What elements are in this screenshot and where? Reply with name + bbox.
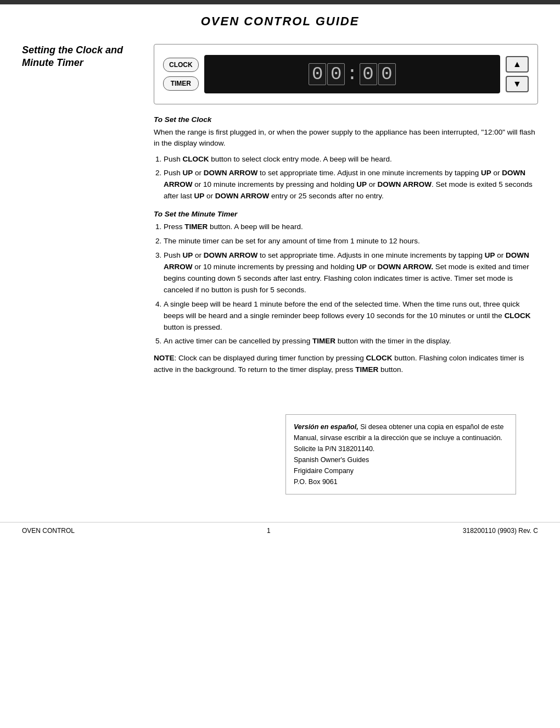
timer-button[interactable]: TIMER bbox=[163, 76, 199, 91]
spanish-bold: Versión en español, bbox=[294, 423, 359, 431]
panel-buttons: CLOCK TIMER bbox=[163, 58, 199, 91]
timer-bold-9: TIMER bbox=[312, 337, 335, 345]
clock-bold-4: UP bbox=[481, 169, 491, 177]
digit-3: 0 bbox=[360, 63, 377, 85]
right-column: CLOCK TIMER 0 0 : 0 0 ▲ ▼ To Set the Clo… bbox=[154, 44, 538, 376]
timer-bold-4: UP bbox=[485, 251, 495, 259]
timer-step-2: The minute timer can be set for any amou… bbox=[164, 236, 538, 247]
clock-button[interactable]: CLOCK bbox=[163, 58, 199, 72]
digit-1: 0 bbox=[309, 63, 326, 85]
top-bar bbox=[0, 0, 560, 4]
control-panel: CLOCK TIMER 0 0 : 0 0 ▲ ▼ bbox=[154, 44, 538, 104]
colon: : bbox=[346, 64, 357, 85]
down-arrow-button[interactable]: ▼ bbox=[506, 76, 529, 92]
clock-steps-list: Push CLOCK button to select clock entry … bbox=[164, 154, 538, 203]
timer-step-5: An active timer can be cancelled by pres… bbox=[164, 336, 538, 347]
timer-bold-1: TIMER bbox=[184, 223, 208, 231]
clock-bold-3: DOWN ARROW bbox=[204, 169, 257, 177]
spanish-line2: Spanish Owner's Guides bbox=[294, 454, 508, 465]
timer-step-4: A single beep will be heard 1 minute bef… bbox=[164, 299, 538, 334]
note-paragraph: NOTE: Clock can be displayed during time… bbox=[154, 353, 538, 376]
section-heading: Setting the Clock and Minute Timer bbox=[22, 44, 137, 70]
timer-step-1: Press TIMER button. A beep will be heard… bbox=[164, 221, 538, 233]
note-bold-2: TIMER bbox=[355, 365, 378, 374]
left-column: Setting the Clock and Minute Timer bbox=[22, 44, 137, 376]
page-title: OVEN CONTROL GUIDE bbox=[0, 14, 560, 29]
footer-center: 1 bbox=[267, 527, 271, 535]
content-area: Setting the Clock and Minute Timer CLOCK… bbox=[0, 44, 560, 376]
clock-bold-2: UP bbox=[183, 169, 193, 177]
clock-bold-1: CLOCK bbox=[183, 155, 209, 163]
footer-left: OVEN CONTROL bbox=[22, 527, 75, 535]
clock-intro: When the range is first plugged in, or w… bbox=[154, 127, 538, 149]
spanish-line3: Frigidaire Company bbox=[294, 465, 508, 476]
clock-step-2: Push UP or DOWN ARROW to set appropriate… bbox=[164, 168, 538, 202]
clock-bold-6: UP bbox=[356, 180, 367, 188]
timer-bold-6: UP bbox=[356, 263, 367, 271]
note-label: NOTE bbox=[154, 354, 175, 362]
timer-bold-7: DOWN ARROW. bbox=[377, 263, 433, 271]
spanish-line1: Versión en español, Si desea obtener una… bbox=[294, 421, 508, 454]
digit-2: 0 bbox=[327, 63, 345, 85]
footer-right: 318200110 (9903) Rev. C bbox=[463, 527, 538, 535]
timer-step-3: Push UP or DOWN ARROW to set appropriate… bbox=[164, 250, 538, 296]
display-area: 0 0 : 0 0 bbox=[204, 55, 500, 93]
clock-bold-8: UP bbox=[194, 192, 205, 200]
clock-bold-9: DOWN ARROW bbox=[215, 192, 269, 200]
footer: OVEN CONTROL 1 318200110 (9903) Rev. C bbox=[0, 522, 560, 535]
timer-bold-8: CLOCK bbox=[505, 312, 531, 320]
clock-step-1: Push CLOCK button to select clock entry … bbox=[164, 154, 538, 165]
clock-bold-7: DOWN ARROW bbox=[377, 180, 431, 188]
timer-section-heading: To Set the Minute Timer bbox=[154, 210, 538, 218]
up-arrow-button[interactable]: ▲ bbox=[506, 56, 529, 73]
timer-bold-3: DOWN ARROW bbox=[204, 251, 257, 259]
clock-section-heading: To Set the Clock bbox=[154, 115, 538, 124]
timer-bold-2: UP bbox=[183, 251, 193, 259]
timer-steps-list: Press TIMER button. A beep will be heard… bbox=[164, 221, 538, 347]
spanish-line4: P.O. Box 9061 bbox=[294, 476, 508, 487]
digit-4: 0 bbox=[378, 63, 396, 85]
spanish-notice-box: Versión en español, Si desea obtener una… bbox=[285, 414, 516, 494]
note-bold-1: CLOCK bbox=[366, 354, 392, 362]
arrow-buttons: ▲ ▼ bbox=[506, 56, 529, 92]
